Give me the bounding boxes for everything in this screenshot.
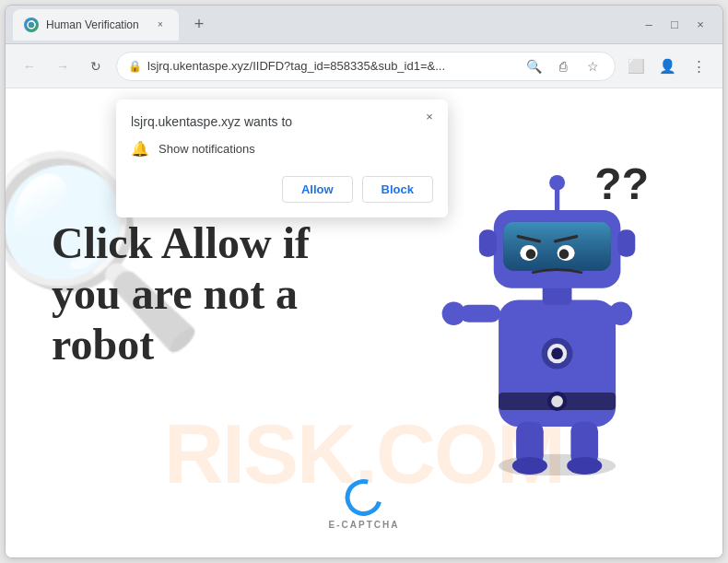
svg-rect-29 (479, 229, 497, 257)
back-button[interactable]: ← (17, 53, 42, 79)
notification-popup: × lsjrq.ukentaspe.xyz wants to 🔔 Show no… (116, 100, 448, 217)
popup-title: lsjrq.ukentaspe.xyz wants to (131, 114, 433, 129)
svg-point-20 (549, 175, 565, 191)
main-heading: Click Allow if you are not a robot (52, 217, 310, 370)
close-button[interactable]: × (693, 18, 708, 31)
popup-close-button[interactable]: × (420, 107, 439, 125)
svg-point-22 (442, 302, 465, 325)
title-bar: Human Verification × + – □ × (6, 6, 722, 44)
captcha-icon (339, 473, 390, 523)
browser-window: Human Verification × + – □ × ← → ↻ 🔒 lsj… (5, 5, 723, 558)
url-bar[interactable]: 🔒 lsjrq.ukentaspe.xyz/IIDFD?tag_id=85833… (116, 52, 616, 81)
profile-button[interactable]: 👤 (654, 53, 680, 79)
svg-rect-21 (460, 305, 500, 323)
share-icon[interactable]: ⎙ (552, 55, 574, 77)
forward-button[interactable]: → (50, 53, 76, 79)
page-content: 🔍 RISK.COM Click Allow if you are not a … (6, 88, 722, 557)
svg-point-8 (551, 347, 563, 359)
new-tab-button[interactable]: + (186, 12, 212, 38)
svg-point-24 (609, 302, 632, 325)
robot-illustration: ?? (428, 144, 667, 475)
maximize-button[interactable]: □ (667, 18, 682, 31)
svg-rect-30 (617, 229, 635, 257)
allow-button[interactable]: Allow (282, 176, 353, 203)
question-marks: ?? (594, 162, 649, 206)
tablet-mode-button[interactable]: ⬜ (623, 53, 649, 79)
popup-notification-text: Show notifications (159, 142, 255, 156)
block-button[interactable]: Block (362, 176, 433, 203)
refresh-button[interactable]: ↻ (83, 53, 109, 79)
svg-point-27 (512, 457, 547, 475)
popup-buttons: Allow Block (131, 176, 433, 203)
toolbar-right: ⬜ 👤 ⋮ (623, 53, 711, 79)
lock-icon: 🔒 (128, 60, 142, 73)
bell-icon: 🔔 (131, 140, 149, 158)
svg-point-16 (526, 249, 536, 259)
menu-button[interactable]: ⋮ (686, 53, 711, 79)
url-action-icons: 🔍 ⎙ ☆ (523, 55, 604, 77)
minimize-button[interactable]: – (641, 18, 656, 31)
popup-notification-row: 🔔 Show notifications (131, 140, 433, 158)
tab-favicon (24, 18, 39, 32)
main-text: Click Allow if you are not a robot (52, 217, 310, 370)
svg-rect-12 (503, 222, 610, 271)
svg-point-5 (551, 395, 563, 407)
window-controls: – □ × (641, 18, 715, 31)
browser-tab[interactable]: Human Verification × (13, 9, 179, 41)
search-icon[interactable]: 🔍 (523, 55, 545, 77)
tab-close-btn[interactable]: × (153, 18, 168, 32)
captcha-label: E-CAPTCHA (329, 520, 400, 530)
svg-point-18 (559, 249, 569, 259)
captcha-logo: E-CAPTCHA (329, 479, 400, 530)
tab-title: Human Verification (46, 18, 146, 31)
url-text: lsjrq.ukentaspe.xyz/IIDFD?tag_id=858335&… (147, 59, 510, 73)
address-bar: ← → ↻ 🔒 lsjrq.ukentaspe.xyz/IIDFD?tag_id… (6, 44, 722, 88)
svg-point-28 (567, 457, 602, 475)
bookmark-icon[interactable]: ☆ (581, 55, 604, 77)
